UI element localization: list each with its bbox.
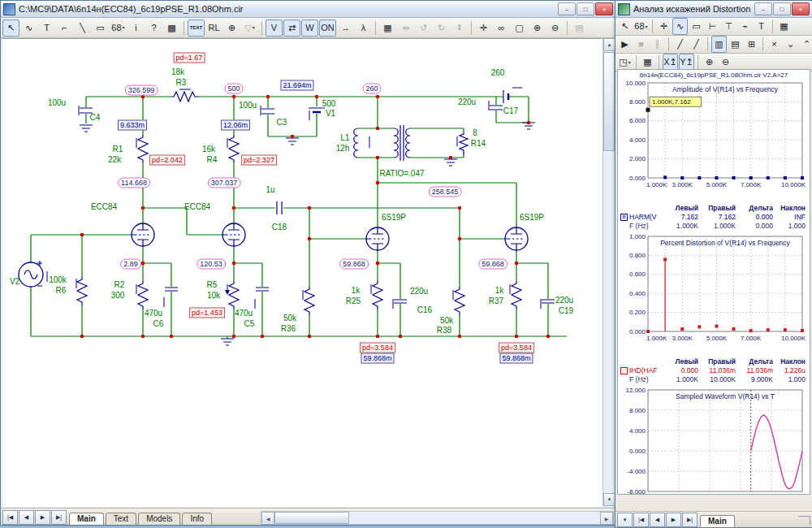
wire-mode-button[interactable]: ∿ <box>20 19 37 37</box>
component-label[interactable]: V1 <box>326 109 335 118</box>
node-voltage-label[interactable]: 258.545 <box>429 187 462 197</box>
component-label[interactable]: C16 <box>417 305 432 314</box>
power-label[interactable]: pd=2.327 <box>241 155 277 166</box>
component-label[interactable]: RATIO=.047 <box>379 169 424 178</box>
component-picker-button[interactable]: 68▾ <box>633 18 649 35</box>
horizontal-tag-button[interactable]: ⊢ <box>705 18 720 35</box>
component-label[interactable]: 10k <box>207 291 220 300</box>
zoom-region-button[interactable]: ▭ <box>689 18 704 35</box>
component-label[interactable]: 50k <box>283 314 296 322</box>
component-label[interactable]: R2 <box>114 280 125 289</box>
component-label[interactable]: 1k <box>495 286 504 295</box>
ortho-wire-mode-button[interactable]: ⌐ <box>56 19 73 37</box>
horizontal-scrollbar[interactable]: ◀ ▶ <box>261 511 614 525</box>
show-node-voltages-button[interactable]: V <box>266 19 283 37</box>
page-nav-button[interactable]: ▶| <box>51 510 67 525</box>
component-label[interactable]: 100u <box>239 101 257 110</box>
page-nav-button[interactable]: |◀ <box>2 510 18 525</box>
component-label[interactable]: C6 <box>153 319 164 328</box>
component-label[interactable]: 220u <box>410 287 428 296</box>
numeric-output-button[interactable]: ▦ <box>640 54 655 71</box>
component-label[interactable]: 8 <box>473 128 477 137</box>
component-label[interactable]: C5 <box>244 319 255 328</box>
node-voltage-label[interactable]: 59.868 <box>478 259 508 270</box>
component-label[interactable]: 50k <box>440 316 453 325</box>
component-label[interactable]: 500 <box>322 99 336 108</box>
auto-scale-y-button[interactable]: Y↥ <box>679 54 694 71</box>
component-label[interactable]: ECC84 <box>184 202 210 211</box>
text-display-button[interactable]: TEXT <box>188 19 205 37</box>
dc-arrow-button[interactable]: → <box>337 19 354 37</box>
component-label[interactable]: R25 <box>346 296 361 305</box>
component-label[interactable]: 300 <box>111 291 125 300</box>
component-label[interactable]: R1 <box>113 145 123 154</box>
vertical-scrollbar[interactable]: ▲ ▼ <box>603 38 615 506</box>
vertical-tag-button[interactable]: ⊤ <box>721 18 736 35</box>
chart-amplitude[interactable]: 10.0008.0006.0004.0002.0000.0001.000K3.0… <box>619 79 808 202</box>
node-voltage-label[interactable]: 114.668 <box>118 178 150 188</box>
page-nav-button[interactable]: ◀ <box>650 513 665 527</box>
window-preview-button[interactable]: ▢ <box>511 19 528 37</box>
restore-button[interactable]: □ <box>773 2 791 15</box>
component-label[interactable]: V2 <box>10 277 19 286</box>
component-picker-button[interactable]: 68▾ <box>110 19 127 37</box>
trace-color-swatch[interactable]: B <box>620 214 628 221</box>
right-cursor-button[interactable]: ╱ <box>689 36 704 53</box>
page-nav-button[interactable]: ▶ <box>35 510 50 525</box>
rotate-cw-button[interactable]: ↻ <box>433 19 450 37</box>
component-label[interactable]: R36 <box>281 324 296 333</box>
component-label[interactable]: 100u <box>48 98 66 107</box>
rectangle-mode-button[interactable]: ▭ <box>92 19 109 37</box>
run-button[interactable]: ▶ <box>617 36 633 53</box>
find-part-button[interactable]: ✛ <box>475 19 492 37</box>
line-mode-button[interactable]: ╲ <box>74 19 91 37</box>
help-mode-button[interactable]: ? <box>145 19 162 37</box>
scroll-right-button[interactable]: ▶ <box>600 512 613 525</box>
zoom-out-button[interactable]: ⊖ <box>546 19 564 37</box>
tab-text[interactable]: Text <box>106 513 136 525</box>
search-button[interactable]: ∞ <box>493 19 510 37</box>
scroll-down-button[interactable]: ▼ <box>603 493 615 506</box>
power-label[interactable]: pd=1.67 <box>174 53 205 63</box>
auto-scale-x-button[interactable]: X↥ <box>663 54 678 71</box>
component-label[interactable]: 470u <box>235 309 253 318</box>
component-label[interactable]: 6S19P <box>520 213 544 222</box>
node-voltage-label[interactable]: 2.89 <box>120 259 141 270</box>
text-mode-button[interactable]: T <box>38 19 55 37</box>
restore-button[interactable]: □ <box>577 2 594 15</box>
flip-horizontal-button[interactable]: ⇹ <box>397 19 414 37</box>
node-voltage-label[interactable]: 120.53 <box>197 259 226 270</box>
tab-info[interactable]: Info <box>182 513 212 525</box>
current-label[interactable]: 9.633m <box>118 120 147 131</box>
show-pin-markers-button[interactable]: ▽▾ <box>241 19 258 37</box>
next-valley-button[interactable]: ⌄ <box>783 36 798 53</box>
component-label[interactable]: R37 <box>489 296 503 305</box>
output-options-button[interactable]: ◳▾ <box>617 54 633 71</box>
page-nav-button[interactable]: ▾ <box>617 513 633 527</box>
page-nav-button[interactable]: ▶| <box>682 513 698 527</box>
plot-rows-button[interactable]: ▤ <box>728 36 743 53</box>
component-label[interactable]: L1 <box>340 133 349 142</box>
horizontal-scroll-thumb[interactable] <box>274 512 349 524</box>
page-nav-button[interactable]: |◀ <box>633 513 649 527</box>
next-peak-button[interactable]: × <box>767 36 782 53</box>
component-label[interactable]: R3 <box>176 78 187 87</box>
properties-button[interactable]: ▦ <box>379 19 396 37</box>
next-high-button[interactable]: ⌃ <box>799 36 812 53</box>
plot-one-button[interactable]: ▥ <box>711 36 727 53</box>
scroll-up-button[interactable]: ▲ <box>603 38 615 51</box>
component-label[interactable]: 18k <box>171 67 184 76</box>
component-label[interactable]: 1k <box>352 286 361 295</box>
power-label[interactable]: pd=2.042 <box>149 155 185 166</box>
current-label[interactable]: 59.868m <box>499 353 533 364</box>
tab-analysis-main[interactable]: Main <box>700 515 735 527</box>
schematic-canvas[interactable]: 100uC418kR3pd=1.67326.59950026021.694m10… <box>2 38 603 507</box>
show-node-numbers-button[interactable]: ⊕ <box>223 19 240 37</box>
power-label[interactable]: pd=1.453 <box>189 308 225 318</box>
component-label[interactable]: R6 <box>56 286 67 295</box>
performance-tag-button[interactable]: ⌁ <box>737 18 753 35</box>
zoom-out-button[interactable]: ⊖ <box>718 54 733 71</box>
component-label[interactable]: C17 <box>503 106 518 115</box>
minimize-button[interactable]: – <box>558 2 576 15</box>
component-label[interactable]: R38 <box>437 326 451 335</box>
